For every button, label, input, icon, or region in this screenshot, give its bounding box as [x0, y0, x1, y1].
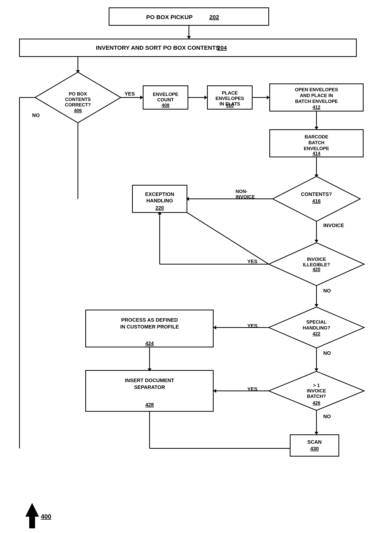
svg-text:430: 430	[310, 446, 319, 452]
svg-text:220: 220	[155, 205, 164, 211]
svg-text:BATCH ENVELOPE: BATCH ENVELOPE	[295, 99, 338, 104]
svg-text:COUNT: COUNT	[157, 97, 174, 102]
flowchart-diagram: PO BOX PICKUP 202 INVENTORY AND SORT PO …	[0, 0, 392, 533]
svg-text:BARCODE: BARCODE	[305, 134, 328, 139]
svg-marker-17	[140, 95, 143, 100]
svg-text:416: 416	[312, 198, 321, 204]
svg-text:YES: YES	[125, 91, 135, 97]
svg-text:408: 408	[162, 103, 169, 108]
svg-text:ENVELOPES: ENVELOPES	[215, 96, 244, 101]
svg-text:BATCH?: BATCH?	[307, 394, 326, 399]
svg-text:AND PLACE IN: AND PLACE IN	[300, 93, 333, 98]
svg-text:ENVELOPE: ENVELOPE	[304, 146, 329, 151]
svg-text:IN CUSTOMER PROFILE: IN CUSTOMER PROFILE	[120, 324, 179, 330]
svg-marker-37	[314, 127, 318, 130]
svg-text:420: 420	[313, 267, 320, 272]
svg-text:CONTENTS: CONTENTS	[65, 97, 91, 102]
svg-marker-4	[187, 36, 191, 39]
svg-text:412: 412	[313, 105, 320, 110]
svg-text:422: 422	[313, 331, 320, 336]
svg-text:HANDLING?: HANDLING?	[303, 325, 330, 330]
svg-text:ILLEGIBLE?: ILLEGIBLE?	[303, 262, 330, 267]
svg-text:PO BOX: PO BOX	[69, 91, 87, 96]
svg-rect-113	[29, 517, 35, 528]
svg-text:414: 414	[313, 151, 321, 156]
svg-marker-77	[213, 326, 216, 329]
svg-text:SCAN: SCAN	[307, 439, 322, 445]
svg-line-64	[187, 213, 269, 264]
svg-rect-105	[290, 435, 339, 456]
svg-marker-112	[25, 503, 39, 517]
svg-text:SPECIAL: SPECIAL	[306, 319, 327, 325]
svg-text:428: 428	[145, 402, 154, 408]
svg-text:NO: NO	[323, 350, 331, 356]
svg-text:EXCEPTION: EXCEPTION	[145, 191, 174, 197]
svg-text:424: 424	[145, 340, 154, 346]
svg-text:INVOICE: INVOICE	[307, 388, 326, 393]
svg-marker-54	[314, 240, 318, 243]
svg-text:400: 400	[41, 513, 51, 520]
svg-text:NO: NO	[32, 112, 40, 118]
svg-text:ENVELOPE: ENVELOPE	[153, 92, 178, 97]
svg-text:NON-: NON-	[236, 189, 247, 194]
svg-text:OPEN ENVELOPES: OPEN ENVELOPES	[295, 87, 338, 92]
svg-text:SEPARATOR: SEPARATOR	[134, 384, 165, 390]
svg-text:CONTENTS?: CONTENTS?	[301, 191, 332, 197]
svg-text:426: 426	[313, 400, 320, 405]
svg-text:INVOICE: INVOICE	[323, 223, 344, 228]
svg-text:CORRECT?: CORRECT?	[65, 102, 91, 107]
svg-marker-95	[314, 432, 318, 435]
svg-text:PLACE: PLACE	[222, 90, 238, 95]
svg-text:204: 204	[217, 44, 227, 51]
svg-text:INVENTORY AND SORT PO BOX CONT: INVENTORY AND SORT PO BOX CONTENTS	[96, 44, 219, 51]
svg-text:BATCH: BATCH	[308, 140, 324, 145]
svg-text:> 1: > 1	[313, 383, 320, 388]
svg-marker-70	[314, 304, 318, 307]
svg-text:PROCESS AS DEFINED: PROCESS AS DEFINED	[121, 317, 178, 323]
svg-text:YES: YES	[247, 258, 257, 264]
svg-marker-30	[267, 95, 270, 100]
svg-text:202: 202	[209, 14, 219, 20]
svg-text:406: 406	[74, 108, 82, 113]
svg-text:NO: NO	[323, 414, 331, 419]
svg-marker-92	[213, 389, 216, 393]
svg-text:INVOICE: INVOICE	[307, 257, 326, 262]
svg-text:PO BOX PICKUP: PO BOX PICKUP	[146, 14, 193, 20]
svg-text:NO: NO	[323, 288, 331, 294]
svg-text:410: 410	[226, 103, 234, 108]
svg-text:INSERT DOCUMENT: INSERT DOCUMENT	[125, 377, 174, 383]
svg-text:HANDLING: HANDLING	[146, 198, 173, 204]
svg-marker-23	[205, 95, 207, 100]
svg-marker-80	[314, 368, 318, 371]
